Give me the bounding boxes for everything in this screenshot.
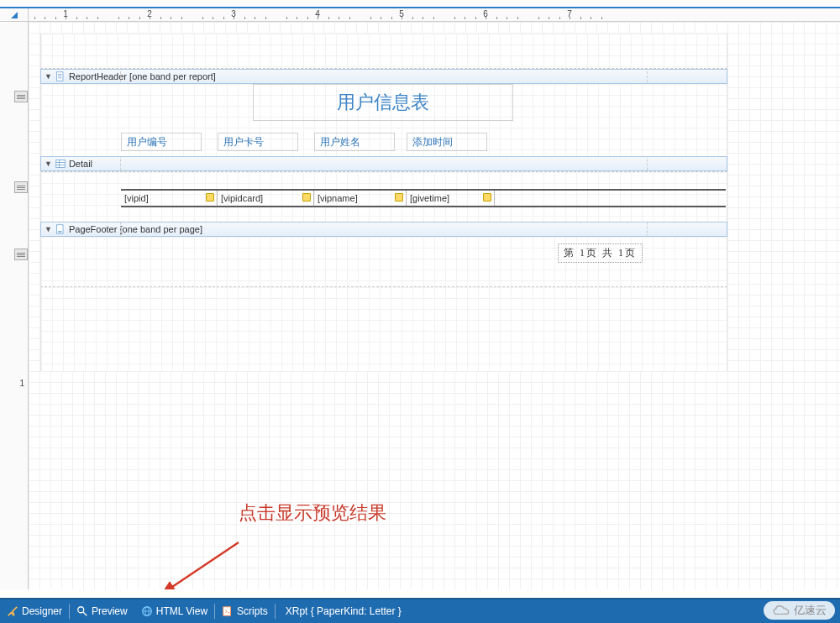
band-label: PageFooter [one band per page] <box>69 224 202 234</box>
col-header-time[interactable]: 添加时间 <box>407 133 487 151</box>
footer-icon <box>55 224 66 234</box>
band-grip-reportheader[interactable] <box>14 91 28 102</box>
collapse-arrow-icon[interactable]: ▼ <box>45 225 52 233</box>
tab-html-view[interactable]: HTML View <box>134 599 214 623</box>
field-vipname[interactable]: [vipname] <box>314 191 407 206</box>
smart-tag-icon[interactable] <box>206 193 214 202</box>
field-empty[interactable] <box>495 191 726 206</box>
detail-icon <box>55 159 66 169</box>
col-header-id[interactable]: 用户编号 <box>121 133 202 151</box>
reportheader-body[interactable]: 用户信息表 用户编号 用户卡号 用户姓名 添加时间 <box>40 84 727 156</box>
svg-rect-1 <box>58 74 62 75</box>
svg-point-11 <box>78 607 84 613</box>
svg-rect-2 <box>58 76 62 76</box>
smart-tag-icon[interactable] <box>395 193 403 202</box>
preview-icon <box>76 605 88 617</box>
ruler-origin[interactable] <box>0 8 29 22</box>
band-label: ReportHeader [one band per report] <box>69 71 216 81</box>
tab-preview[interactable]: Preview <box>70 599 134 623</box>
svg-line-12 <box>83 612 87 615</box>
col-header-name[interactable]: 用户姓名 <box>314 133 395 151</box>
tab-scripts[interactable]: Scripts <box>215 599 275 623</box>
html-view-icon <box>141 605 153 617</box>
page-info-label[interactable]: 第 1页 共 1页 <box>558 243 643 263</box>
title-label[interactable]: 用户信息表 <box>253 84 513 121</box>
smart-tag-icon[interactable] <box>483 193 491 202</box>
field-vipid[interactable]: [vipid] <box>121 191 218 206</box>
vertical-ruler: 1 <box>0 22 29 589</box>
svg-rect-4 <box>56 160 66 168</box>
field-givetime[interactable]: [givetime] <box>407 191 495 206</box>
band-header-detail[interactable]: ▼ Detail <box>40 156 727 171</box>
svg-line-10 <box>170 542 239 589</box>
design-canvas[interactable]: ▼ ReportHeader [one band per report] 用户信… <box>29 22 840 589</box>
report-icon <box>55 71 66 81</box>
detail-table-row[interactable]: [vipid] [vipidcard] [vipname] [give <box>121 189 726 207</box>
svg-rect-9 <box>58 231 62 233</box>
detail-body[interactable]: [vipid] [vipidcard] [vipname] [give <box>40 171 727 222</box>
pagefooter-body[interactable]: 第 1页 共 1页 <box>40 237 727 287</box>
designer-workspace: 1234567 1 ▼ ReportHeader [one band per r… <box>0 8 840 589</box>
watermark: 亿速云 <box>764 601 835 620</box>
status-text: XRpt { PaperKind: Letter } <box>276 605 412 617</box>
view-tab-bar: Designer Preview HTML View Scripts XRpt … <box>0 598 840 623</box>
band-header-pagefooter[interactable]: ▼ PageFooter [one band per page] <box>40 222 727 237</box>
horizontal-ruler: 1234567 <box>0 8 840 22</box>
designer-icon <box>7 605 18 617</box>
field-vipidcard[interactable]: [vipidcard] <box>218 191 314 206</box>
band-label: Detail <box>69 159 92 169</box>
band-header-reportheader[interactable]: ▼ ReportHeader [one band per report] <box>40 69 727 84</box>
collapse-arrow-icon[interactable]: ▼ <box>45 160 52 168</box>
smart-tag-icon[interactable] <box>302 193 311 202</box>
band-grip-detail[interactable] <box>14 181 28 193</box>
tab-designer[interactable]: Designer <box>0 599 69 623</box>
svg-rect-3 <box>58 78 62 79</box>
ruler-v-label: 1 <box>19 379 24 388</box>
report-page: ▼ ReportHeader [one band per report] 用户信… <box>40 34 727 371</box>
annotation-arrow-icon <box>155 534 255 589</box>
title-bar-border <box>0 0 840 8</box>
col-header-card[interactable]: 用户卡号 <box>218 133 298 151</box>
annotation-text: 点击显示预览结果 <box>239 500 386 526</box>
collapse-arrow-icon[interactable]: ▼ <box>45 72 52 81</box>
scripts-icon <box>222 605 234 617</box>
cloud-icon <box>772 605 790 616</box>
band-grip-pagefooter[interactable] <box>14 249 28 260</box>
